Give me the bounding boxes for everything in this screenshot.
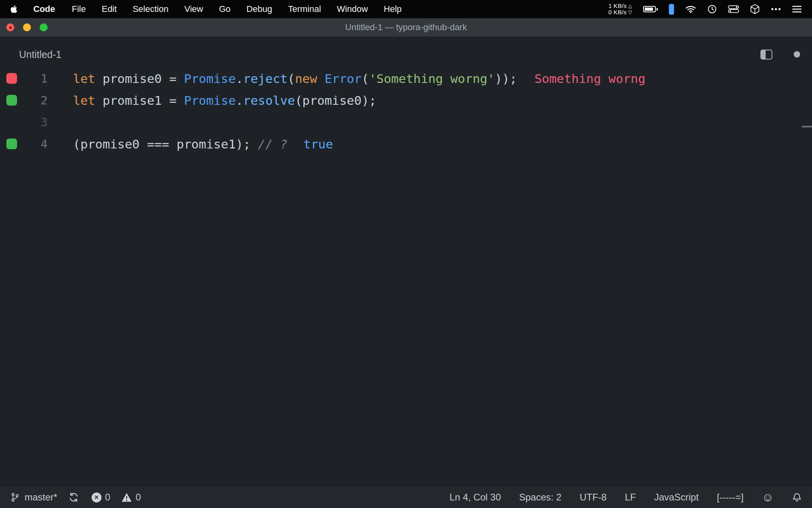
menu-item-terminal[interactable]: Terminal <box>288 4 321 14</box>
zoom-button[interactable] <box>40 23 48 31</box>
quokka-marker-ok-icon <box>6 139 17 149</box>
cube-icon[interactable] <box>750 4 760 14</box>
editor-header: Untitled-1 <box>0 37 812 63</box>
feedback-smiley-icon[interactable]: ☺ <box>762 491 774 503</box>
window-title-bar: Untitled-1 — typora-github-dark <box>0 18 812 37</box>
code-area[interactable]: 1let promise0 = Promise.reject(new Error… <box>0 67 812 155</box>
scrollbar-thumb[interactable] <box>802 126 812 127</box>
code-token: 'Something worng' <box>369 71 495 86</box>
quokka-annotation: Something worng <box>534 71 645 86</box>
gutter-marker-empty <box>6 117 17 127</box>
battery-icon[interactable] <box>643 6 658 12</box>
code-token: let <box>73 93 95 108</box>
menu-item-edit[interactable]: Edit <box>102 4 117 14</box>
code-token: Error <box>325 71 362 86</box>
menu-item-file[interactable]: File <box>72 4 86 14</box>
line-number: 2 <box>17 94 48 107</box>
menu-item-go[interactable]: Go <box>219 4 230 14</box>
quokka-status[interactable]: [-----=] <box>717 492 743 503</box>
code-text: (promise0 === promise1); // ?true <box>73 137 333 151</box>
clock-icon[interactable] <box>707 4 717 14</box>
apple-icon <box>10 5 17 13</box>
code-token: promise1 = <box>95 93 184 108</box>
code-line[interactable]: 4(promise0 === promise1); // ?true <box>0 133 812 155</box>
wifi-icon[interactable] <box>685 5 696 13</box>
code-text: let promise0 = Promise.reject(new Error(… <box>73 71 645 86</box>
problems-errors[interactable]: × 0 <box>92 492 110 503</box>
menu-item-window[interactable]: Window <box>337 4 368 14</box>
close-button[interactable] <box>6 23 14 31</box>
minimize-button[interactable] <box>23 23 31 31</box>
code-line[interactable]: 1let promise0 = Promise.reject(new Error… <box>0 67 812 89</box>
screen: Code File Edit Selection View Go Debug T… <box>0 0 812 508</box>
menu-bar-status-area: 1 KB/s △ 0 KB/s ▽ <box>608 3 802 15</box>
menu-item-help[interactable]: Help <box>384 4 402 14</box>
code-line[interactable]: 2let promise1 = Promise.resolve(promise0… <box>0 89 812 111</box>
macos-menu-bar: Code File Edit Selection View Go Debug T… <box>0 0 812 18</box>
apple-menu[interactable] <box>10 5 17 13</box>
more-dots-icon[interactable] <box>771 8 781 11</box>
network-down-speed: 0 KB/s <box>608 9 626 15</box>
code-token: Promise <box>184 71 236 86</box>
code-token: (promise0); <box>295 93 376 108</box>
split-editor-icon[interactable] <box>760 50 772 60</box>
line-number: 4 <box>17 137 48 151</box>
device-battery-icon[interactable] <box>669 4 674 15</box>
status-bar: master* × 0 <box>0 486 812 508</box>
traffic-lights <box>6 18 48 37</box>
git-branch-icon[interactable] <box>10 492 20 502</box>
code-token: let <box>73 71 95 86</box>
code-token: new <box>295 71 317 86</box>
error-icon: × <box>92 493 102 502</box>
quokka-marker-error-icon <box>6 73 17 84</box>
cursor-position[interactable]: Ln 4, Col 30 <box>450 492 501 503</box>
list-icon[interactable] <box>792 6 802 13</box>
unsaved-changes-dot-icon <box>794 51 800 58</box>
code-token: . <box>236 71 243 86</box>
code-token: reject <box>243 71 287 86</box>
window-title: Untitled-1 — typora-github-dark <box>345 22 467 33</box>
code-token: ( <box>362 71 369 86</box>
code-token: // ? <box>258 137 288 151</box>
menu-app-name[interactable]: Code <box>33 4 55 14</box>
download-arrow-icon: ▽ <box>628 9 632 15</box>
quokka-annotation: true <box>303 137 333 151</box>
line-number: 1 <box>17 72 48 85</box>
quokka-marker-ok-icon <box>6 95 17 106</box>
open-file-label[interactable]: Untitled-1 <box>19 49 61 60</box>
editor-header-icons <box>760 50 800 60</box>
code-token: )); <box>495 71 517 86</box>
menu-item-view[interactable]: View <box>184 4 203 14</box>
code-token: (promise0 === promise1); <box>73 137 258 151</box>
encoding-setting[interactable]: UTF-8 <box>580 492 607 503</box>
git-branch-label[interactable]: master* <box>25 492 57 503</box>
line-number: 3 <box>17 115 48 129</box>
status-bar-right: Ln 4, Col 30 Spaces: 2 UTF-8 LF JavaScri… <box>450 491 802 503</box>
language-mode[interactable]: JavaScript <box>654 492 699 503</box>
error-count: 0 <box>105 492 110 503</box>
warning-count: 0 <box>136 492 141 503</box>
notifications-bell-icon[interactable] <box>792 492 802 502</box>
code-text: let promise1 = Promise.resolve(promise0)… <box>73 93 376 108</box>
network-up-speed: 1 KB/s <box>608 3 626 9</box>
code-token: promise0 = <box>95 71 184 86</box>
code-line[interactable]: 3 <box>0 111 812 133</box>
code-token: . <box>236 93 243 108</box>
eol-setting[interactable]: LF <box>625 492 636 503</box>
warning-icon <box>121 493 132 502</box>
menu-item-debug[interactable]: Debug <box>247 4 272 14</box>
sync-icon[interactable] <box>69 492 79 502</box>
indentation-setting[interactable]: Spaces: 2 <box>519 492 561 503</box>
control-center-icon[interactable] <box>728 5 739 13</box>
editor[interactable]: Untitled-1 1let promise0 = Promise.rejec… <box>0 37 812 486</box>
network-speed-indicator[interactable]: 1 KB/s △ 0 KB/s ▽ <box>608 3 632 15</box>
menu-items: File Edit Selection View Go Debug Termin… <box>72 4 402 14</box>
code-token: resolve <box>243 93 295 108</box>
problems-warnings[interactable]: 0 <box>121 492 141 503</box>
upload-arrow-icon: △ <box>628 3 632 9</box>
menu-item-selection[interactable]: Selection <box>132 4 169 14</box>
code-token <box>317 71 325 86</box>
status-bar-left: master* × 0 <box>10 492 141 503</box>
code-token: Promise <box>184 93 236 108</box>
code-token: ( <box>287 71 295 86</box>
